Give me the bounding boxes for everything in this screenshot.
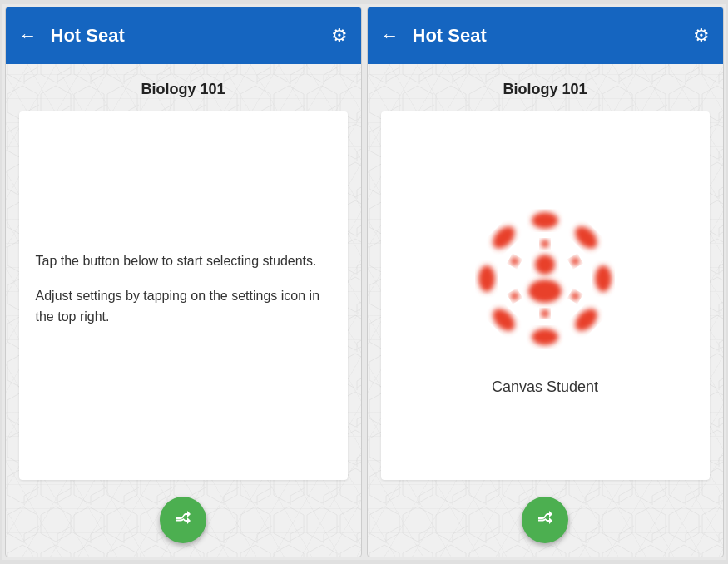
right-course-title: Biology 101 — [503, 81, 587, 98]
left-app-bar: ← Hot Seat ⚙ — [6, 7, 361, 64]
svg-point-20 — [535, 255, 555, 275]
svg-point-16 — [570, 290, 582, 302]
svg-point-8 — [595, 265, 612, 292]
right-app-bar: ← Hot Seat ⚙ — [368, 7, 723, 64]
left-instruction-p1: Tap the button below to start selecting … — [36, 250, 331, 272]
right-settings-icon[interactable]: ⚙ — [693, 25, 710, 47]
right-shuffle-button[interactable] — [522, 497, 568, 543]
left-shuffle-icon — [173, 507, 193, 532]
right-back-button[interactable]: ← — [381, 25, 399, 47]
right-panel: ← Hot Seat ⚙ Biology 101 — [367, 7, 724, 557]
left-app-bar-title: Hot Seat — [51, 25, 331, 47]
right-shuffle-icon — [535, 507, 555, 532]
outer-wrapper: ← Hot Seat ⚙ Biology 101 Tap the button … — [2, 4, 726, 560]
left-panel-content: Biology 101 Tap the button below to star… — [6, 64, 361, 557]
svg-point-18 — [509, 290, 521, 302]
svg-point-19 — [509, 255, 521, 267]
student-name: Canvas Student — [492, 378, 598, 396]
svg-point-10 — [532, 329, 558, 345]
svg-point-7 — [571, 222, 602, 253]
svg-point-15 — [570, 255, 582, 267]
svg-point-11 — [488, 304, 519, 335]
right-panel-content: Biology 101 — [368, 64, 723, 557]
svg-point-14 — [541, 240, 549, 248]
student-avatar-container — [462, 195, 628, 362]
svg-point-6 — [532, 212, 558, 229]
left-course-title: Biology 101 — [141, 81, 225, 98]
left-panel: ← Hot Seat ⚙ Biology 101 Tap the button … — [5, 7, 362, 557]
left-card-text: Tap the button below to start selecting … — [36, 250, 331, 341]
left-card: Tap the button below to start selecting … — [19, 111, 348, 480]
student-avatar-svg — [462, 195, 628, 362]
svg-point-13 — [488, 222, 519, 253]
left-instruction-p2: Adjust settings by tapping on the settin… — [36, 285, 331, 328]
right-app-bar-title: Hot Seat — [413, 25, 693, 47]
svg-point-21 — [528, 280, 562, 303]
left-back-button[interactable]: ← — [19, 25, 37, 47]
svg-point-12 — [478, 265, 495, 292]
svg-point-17 — [541, 309, 549, 318]
right-card: Canvas Student — [381, 111, 710, 480]
left-shuffle-button[interactable] — [160, 497, 206, 543]
left-settings-icon[interactable]: ⚙ — [331, 25, 348, 47]
svg-point-9 — [571, 304, 602, 335]
